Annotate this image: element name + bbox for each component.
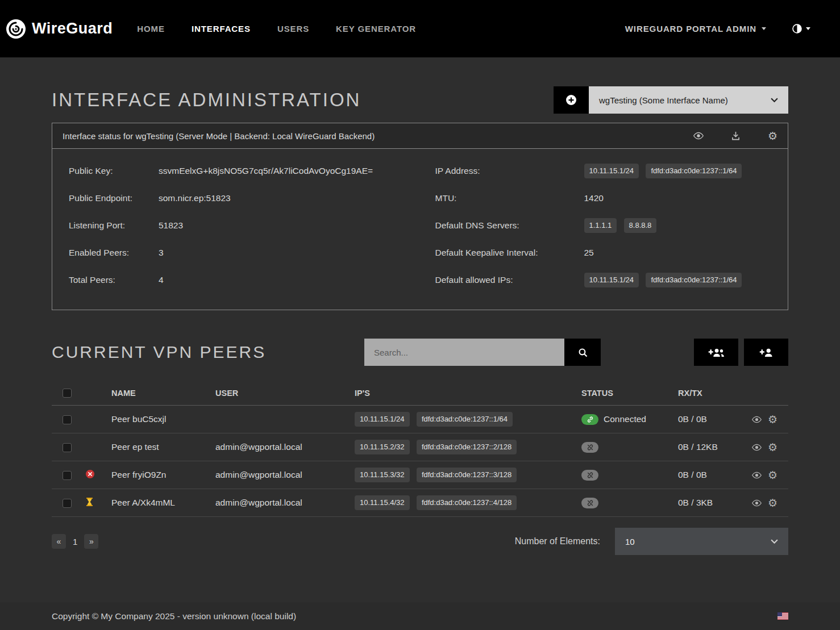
peer-view-button[interactable] bbox=[752, 470, 762, 480]
us-flag-language-icon[interactable] bbox=[777, 612, 788, 620]
field-public-key: Public Key: ssvmEelxG+k8jsNO5G7cq5r/Ak7l… bbox=[69, 157, 422, 185]
peer-pending-hourglass-icon bbox=[86, 498, 93, 506]
peer-settings-button[interactable]: ⚙ bbox=[768, 498, 777, 508]
brand-name: WireGuard bbox=[32, 20, 113, 37]
column-header-ips: IP'S bbox=[344, 381, 571, 406]
user-menu-label: WIREGUARD PORTAL ADMIN bbox=[625, 24, 756, 34]
field-label: Public Endpoint: bbox=[69, 193, 159, 203]
peers-section-title: CURRENT VPN PEERS bbox=[52, 343, 266, 362]
field-label: MTU: bbox=[435, 193, 584, 203]
interface-settings-button[interactable]: ⚙ bbox=[768, 131, 777, 141]
interface-select[interactable]: wgTesting (Some Interface Name) bbox=[589, 86, 788, 114]
user-menu-dropdown[interactable]: WIREGUARD PORTAL ADMIN bbox=[625, 24, 766, 34]
table-row: Peer ep test admin@wgportal.local 10.11.… bbox=[52, 433, 788, 461]
peer-search-input[interactable] bbox=[364, 339, 564, 366]
field-label: Enabled Peers: bbox=[69, 248, 159, 258]
field-enabled-peers: Enabled Peers: 3 bbox=[69, 239, 422, 266]
add-peer-button[interactable] bbox=[744, 339, 788, 366]
peer-user: admin@wgportal.local bbox=[205, 461, 344, 489]
pagination-prev-button[interactable]: « bbox=[52, 534, 66, 549]
peer-settings-button[interactable]: ⚙ bbox=[768, 414, 777, 425]
elements-count-value: 10 bbox=[625, 537, 635, 546]
peer-view-button[interactable] bbox=[752, 498, 762, 508]
peer-rxtx: 0B / 3KB bbox=[667, 489, 745, 517]
nav-interfaces[interactable]: INTERFACES bbox=[192, 24, 251, 34]
add-interface-button[interactable] bbox=[554, 86, 589, 114]
dns-badge: 8.8.8.8 bbox=[624, 218, 657, 233]
page-title: INTERFACE ADMINISTRATION bbox=[52, 89, 361, 111]
field-label: Default DNS Servers: bbox=[435, 220, 584, 231]
view-config-button[interactable] bbox=[693, 131, 704, 141]
table-row: Peer A/Xk4mML admin@wgportal.local 10.11… bbox=[52, 489, 788, 517]
main-nav: HOME INTERFACES USERS KEY GENERATOR bbox=[137, 24, 416, 34]
disconnected-link-icon bbox=[581, 442, 598, 453]
column-header-rxtx: RX/TX bbox=[667, 381, 745, 406]
field-value: ssvmEelxG+k8jsNO5G7cq5r/Ak7liCodAvOyoCg1… bbox=[159, 166, 373, 176]
field-label: Total Peers: bbox=[69, 275, 159, 285]
peer-settings-button[interactable]: ⚙ bbox=[768, 442, 777, 453]
field-value: 1420 bbox=[584, 193, 604, 203]
field-label: Public Key: bbox=[69, 166, 159, 176]
chevron-down-icon bbox=[771, 539, 778, 544]
peer-settings-button[interactable]: ⚙ bbox=[768, 470, 777, 481]
peer-view-button[interactable] bbox=[752, 415, 762, 424]
nav-key-generator[interactable]: KEY GENERATOR bbox=[336, 24, 416, 34]
peer-user bbox=[205, 406, 344, 433]
field-value: som.nicr.ep:51823 bbox=[159, 193, 231, 203]
chevron-down-icon bbox=[806, 27, 810, 30]
peer-ip-badge: fdfd:d3ad:c0de:1237::4/128 bbox=[417, 495, 517, 510]
interface-card-title: Interface status for wgTesting (Server M… bbox=[63, 131, 375, 141]
column-header-user: USER bbox=[205, 381, 344, 406]
peer-rxtx: 0B / 0B bbox=[667, 461, 745, 489]
peer-view-button[interactable] bbox=[752, 443, 762, 452]
peer-ip-badge: 10.11.15.2/32 bbox=[355, 440, 410, 454]
field-public-endpoint: Public Endpoint: som.nicr.ep:51823 bbox=[69, 185, 422, 212]
search-button[interactable] bbox=[564, 339, 601, 366]
pagination-next-button[interactable]: » bbox=[84, 534, 98, 549]
peer-ip-badge: 10.11.15.4/32 bbox=[355, 495, 410, 510]
peer-ip-badge: fdfd:d3ad:c0de:1237::2/128 bbox=[417, 440, 517, 454]
eye-icon bbox=[752, 470, 762, 480]
select-peer-checkbox[interactable] bbox=[63, 415, 72, 424]
nav-home[interactable]: HOME bbox=[137, 24, 165, 34]
ip-badge: fdfd:d3ad:c0de:1237::1/64 bbox=[646, 273, 742, 287]
theme-toggle-dropdown[interactable] bbox=[792, 24, 810, 34]
peer-name: Peer ep test bbox=[101, 433, 205, 461]
select-peer-checkbox[interactable] bbox=[63, 499, 72, 508]
peer-ip-badge: 10.11.15.3/32 bbox=[355, 468, 410, 482]
gear-icon: ⚙ bbox=[768, 498, 777, 508]
field-value: 3 bbox=[159, 248, 164, 258]
nav-users[interactable]: USERS bbox=[277, 24, 309, 34]
chevron-down-icon bbox=[771, 98, 778, 103]
elements-count-select[interactable]: 10 bbox=[615, 528, 788, 555]
peer-user: admin@wgportal.local bbox=[205, 489, 344, 517]
copyright-text: Copyright © My Company 2025 - version un… bbox=[52, 611, 296, 621]
table-header-row: NAME USER IP'S STATUS RX/TX bbox=[52, 381, 788, 406]
ip-badge: 10.11.15.1/24 bbox=[584, 164, 639, 178]
download-config-button[interactable] bbox=[731, 131, 741, 141]
eye-icon bbox=[752, 443, 762, 452]
peer-rxtx: 0B / 12KB bbox=[667, 433, 745, 461]
add-users-icon bbox=[707, 347, 725, 358]
field-keepalive: Default Keepalive Interval: 25 bbox=[435, 239, 788, 266]
chevron-down-icon bbox=[762, 27, 766, 30]
disconnected-link-icon bbox=[581, 498, 598, 508]
add-multiple-peers-button[interactable] bbox=[694, 339, 738, 366]
peer-ip-badge: fdfd:d3ad:c0de:1237::1/64 bbox=[417, 412, 513, 427]
column-header-name: NAME bbox=[101, 381, 205, 406]
peer-ip-badge: fdfd:d3ad:c0de:1237::3/128 bbox=[417, 468, 517, 482]
field-label: Default allowed IPs: bbox=[435, 275, 584, 285]
peer-user: admin@wgportal.local bbox=[205, 433, 344, 461]
select-peer-checkbox[interactable] bbox=[63, 443, 72, 452]
column-header-status: STATUS bbox=[571, 381, 667, 406]
interface-status-card: Interface status for wgTesting (Server M… bbox=[52, 123, 788, 310]
select-peer-checkbox[interactable] bbox=[63, 471, 72, 480]
field-allowed-ips: Default allowed IPs: 10.11.15.1/24 fdfd:… bbox=[435, 266, 788, 294]
eye-icon bbox=[693, 131, 704, 141]
gear-icon: ⚙ bbox=[768, 131, 777, 141]
select-all-checkbox[interactable] bbox=[63, 389, 72, 398]
brand-logo[interactable]: WireGuard bbox=[6, 19, 113, 39]
peer-name: Peer buC5cxjl bbox=[101, 406, 205, 433]
field-value: 51823 bbox=[159, 220, 183, 231]
peer-status-text: Connected bbox=[604, 414, 646, 424]
